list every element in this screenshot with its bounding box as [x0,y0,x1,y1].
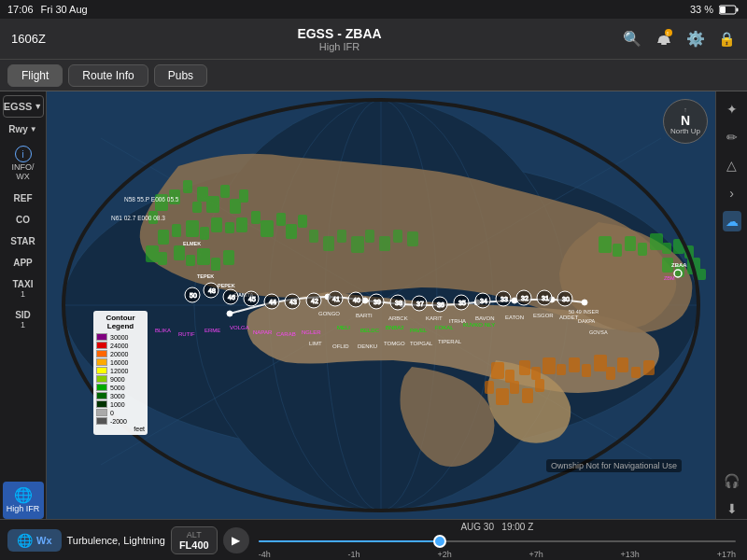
taxi-label: TAXI [5,279,42,289]
wx-label: Wx [36,535,52,546]
svg-text:N61 02.7 E000 08.3: N61 02.7 E000 08.3 [111,215,165,221]
svg-rect-47 [491,362,504,379]
svg-text:BLIKA: BLIKA [155,328,171,333]
map-area[interactable]: N61 02.7 E000 08.3 N58 55.P E006 05.5 EL… [47,91,715,519]
contour-row-3000: 3000 [96,392,145,399]
sidebar-item-co[interactable]: CO [3,210,44,230]
svg-text:33: 33 [500,296,508,302]
timeline-date: AUG 30 19:00 Z [259,522,736,532]
svg-rect-48 [505,370,514,383]
svg-text:TOPGAL: TOPGAL [410,341,433,346]
play-button[interactable]: ▶ [223,527,249,553]
svg-rect-68 [638,243,647,256]
svg-rect-25 [220,185,230,198]
sidebar-item-star[interactable]: STAR [3,231,44,251]
timeline-label-4: +13h [621,550,640,559]
tab-route-info[interactable]: Route Info [68,64,148,87]
svg-rect-44 [197,248,210,265]
timeline-track[interactable] [259,534,736,549]
sidebar-item-app[interactable]: APP [3,253,44,273]
header-subtitle: High IFR [297,41,381,52]
svg-text:BAVON: BAVON [475,315,495,321]
pencil-icon[interactable]: ✏ [724,127,740,147]
main-content: EGSS ▼ Rwy ▼ i INFO/WX REF CO STAR APP [0,91,747,519]
sidebar-item-high-ifr[interactable]: 🌐 High IFR [3,482,44,519]
svg-text:NGLER: NGLER [302,329,321,335]
sidebar-item-ref[interactable]: REF [3,189,44,208]
sidebar-item-sid[interactable]: SID 1 [3,305,44,334]
svg-rect-50 [531,367,541,380]
rwy-dropdown-icon: ▼ [30,125,37,133]
timeline-section: AUG 30 19:00 Z -4h -1h +2h +7h +13h +17h [255,522,740,559]
info-circle-icon: i [15,146,32,162]
svg-rect-69 [650,233,663,250]
svg-text:36: 36 [437,301,444,308]
svg-text:BNBA2: BNBA2 [386,325,404,330]
svg-rect-36 [261,220,274,237]
svg-text:FOKAL: FOKAL [435,325,454,330]
svg-text:VOLGA: VOLGA [230,325,249,330]
notifications-icon[interactable]: ! [655,28,673,49]
tab-flight[interactable]: Flight [7,64,63,87]
svg-rect-76 [697,269,706,280]
svg-point-86 [582,300,587,305]
download-icon[interactable]: ⬇ [724,498,740,519]
contour-row-20000: 20000 [96,350,145,357]
svg-text:KUVKO: KUVKO [463,322,483,328]
sidebar-item-taxi[interactable]: TAXI 1 [3,274,44,303]
svg-rect-59 [643,360,655,375]
svg-text:ESGOR: ESGOR [533,313,554,318]
svg-rect-34 [236,217,247,232]
svg-text:TIPERAL: TIPERAL [438,339,462,344]
sidebar-item-rwy[interactable]: Rwy ▼ [3,119,44,139]
svg-rect-168 [323,236,334,251]
svg-rect-24 [206,196,219,213]
star-icon[interactable]: ✦ [724,99,740,119]
taxi-sub: 1 [5,289,42,299]
contour-row-12000: 12000 [96,367,145,374]
search-icon[interactable]: 🔍 [623,30,641,48]
svg-text:EATON: EATON [505,315,524,320]
sidebar-item-info-wx[interactable]: i INFO/WX [3,141,44,187]
contour-row-1000: 1000 [96,400,145,408]
svg-rect-167 [309,230,318,243]
svg-rect-33 [225,222,234,233]
triangle-icon[interactable]: △ [724,155,740,175]
svg-rect-46 [223,250,234,265]
status-bar: 17:06 Fri 30 Aug 33 % [0,0,747,19]
svg-rect-66 [613,244,622,257]
battery-icon [719,5,740,15]
airport-selector[interactable]: EGSS ▼ [3,95,44,118]
svg-text:!: ! [667,31,669,36]
ref-label: REF [5,193,42,203]
timeline-thumb[interactable] [433,535,446,548]
airport-code: EGSS [4,101,33,112]
cloud-icon[interactable]: ☁ [723,211,741,231]
svg-rect-27 [239,189,248,203]
svg-text:RUTIF: RUTIF [178,331,195,337]
svg-text:GOVSA: GOVSA [589,329,608,335]
settings-icon[interactable]: ⚙️ [686,30,705,48]
header-center: EGSS - ZBAA High IFR [297,26,381,52]
svg-rect-55 [594,355,607,371]
svg-text:ELMEK: ELMEK [183,241,201,246]
wx-section[interactable]: 🌐 Wx [7,529,62,552]
svg-text:KARIT: KARIT [426,315,443,321]
chevron-right-icon[interactable]: › [726,183,737,203]
contour-row-neg2000: -2000 [96,417,145,425]
app-label: APP [5,258,42,268]
tab-pubs[interactable]: Pubs [154,64,207,87]
svg-text:43: 43 [289,299,297,305]
svg-rect-31 [200,227,209,240]
header-time: 1606Z [11,32,56,46]
svg-rect-49 [519,360,530,375]
lock-icon[interactable]: 🔒 [718,31,736,48]
svg-rect-63 [522,388,533,403]
timeline-label-3: +7h [529,550,543,559]
svg-text:31: 31 [542,295,549,301]
headphones-icon[interactable]: 🎧 [721,470,742,491]
svg-text:ADDET: ADDET [559,315,579,320]
svg-rect-52 [557,364,566,375]
alt-section[interactable]: ALT FL400 [171,526,218,554]
contour-row-24000: 24000 [96,342,145,349]
